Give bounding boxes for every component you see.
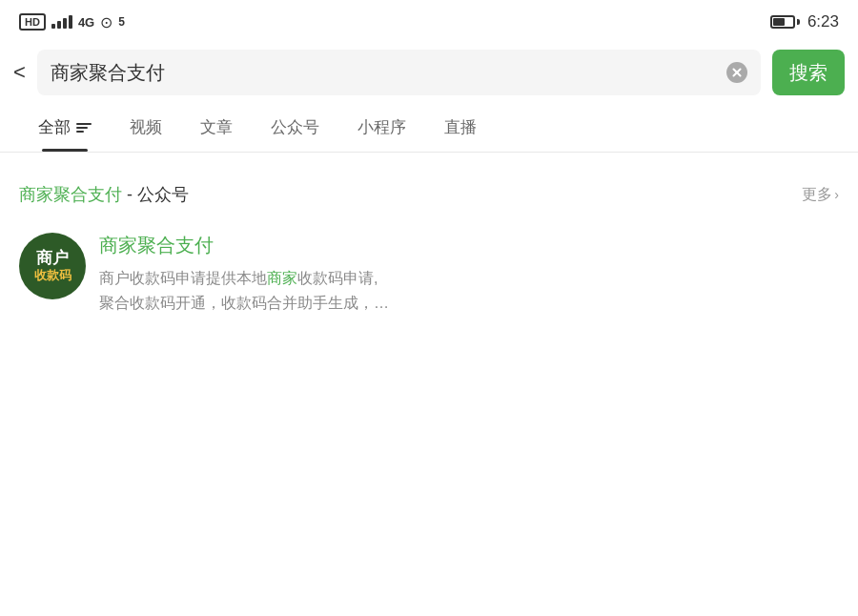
- tab-video-label: 视频: [130, 116, 162, 138]
- clear-button[interactable]: [726, 62, 747, 83]
- section-more-button[interactable]: 更多 ›: [802, 185, 839, 205]
- chevron-right-icon: ›: [834, 187, 839, 202]
- tab-all-label: 全部: [38, 116, 71, 138]
- filter-tabs: 全部 视频 文章 公众号 小程序 直播: [0, 103, 858, 153]
- desc-part2: 收款码申请,: [297, 270, 378, 286]
- time-display: 6:23: [807, 12, 839, 31]
- tab-all[interactable]: 全部: [19, 103, 111, 152]
- avatar-bottom-text: 收款码: [34, 268, 72, 283]
- tab-article[interactable]: 文章: [181, 103, 252, 152]
- tab-article-label: 文章: [200, 116, 233, 138]
- search-query: 商家聚合支付: [51, 60, 719, 86]
- content-area: 商家聚合支付 - 公众号 更多 › 商户 收款码 商家聚合支付 商户收款码申请提…: [0, 164, 858, 334]
- tab-live-label: 直播: [444, 116, 477, 138]
- signal-4g: 4G: [78, 15, 94, 30]
- desc-highlight: 商家: [267, 270, 297, 286]
- tab-miniprogram-label: 小程序: [358, 116, 406, 138]
- status-bar: HD 4G ⊙ 5 6:23: [0, 0, 858, 42]
- result-desc: 商户收款码申请提供本地商家收款码申请, 聚合收款码开通，收款码合并助手生成，…: [99, 266, 839, 315]
- tab-video[interactable]: 视频: [111, 103, 181, 152]
- search-input-wrapper[interactable]: 商家聚合支付: [37, 50, 761, 95]
- tab-official[interactable]: 公众号: [252, 103, 338, 152]
- result-info: 商家聚合支付 商户收款码申请提供本地商家收款码申请, 聚合收款码开通，收款码合并…: [99, 233, 839, 315]
- signal-icon: [51, 15, 72, 29]
- filter-icon: [76, 123, 92, 133]
- section-header: 商家聚合支付 - 公众号 更多 ›: [0, 164, 858, 217]
- section-title: 商家聚合支付 - 公众号: [19, 183, 189, 206]
- desc-line2: 聚合收款码开通，收款码合并助手生成，…: [99, 295, 389, 311]
- tab-live[interactable]: 直播: [425, 103, 496, 152]
- desc-part1: 商户收款码申请提供本地: [99, 270, 267, 286]
- tab-official-label: 公众号: [271, 116, 319, 138]
- avatar-top-text: 商户: [36, 249, 69, 268]
- 5g-badge: 5: [118, 15, 125, 29]
- result-item[interactable]: 商户 收款码 商家聚合支付 商户收款码申请提供本地商家收款码申请, 聚合收款码开…: [0, 217, 858, 334]
- avatar: 商户 收款码: [19, 233, 86, 299]
- more-label: 更多: [802, 185, 832, 205]
- status-right: 6:23: [770, 12, 839, 31]
- search-button[interactable]: 搜索: [772, 50, 845, 95]
- back-button[interactable]: <: [13, 60, 26, 85]
- result-name: 商家聚合支付: [99, 233, 839, 258]
- section-title-highlight: 商家聚合支付: [19, 185, 122, 204]
- tab-miniprogram[interactable]: 小程序: [338, 103, 425, 152]
- section-title-suffix: - 公众号: [127, 185, 189, 204]
- battery-icon: [770, 15, 800, 29]
- hd-badge: HD: [19, 13, 46, 31]
- wifi-icon: ⊙: [100, 13, 112, 31]
- search-bar: < 商家聚合支付 搜索: [0, 42, 858, 103]
- status-left: HD 4G ⊙ 5: [19, 13, 125, 31]
